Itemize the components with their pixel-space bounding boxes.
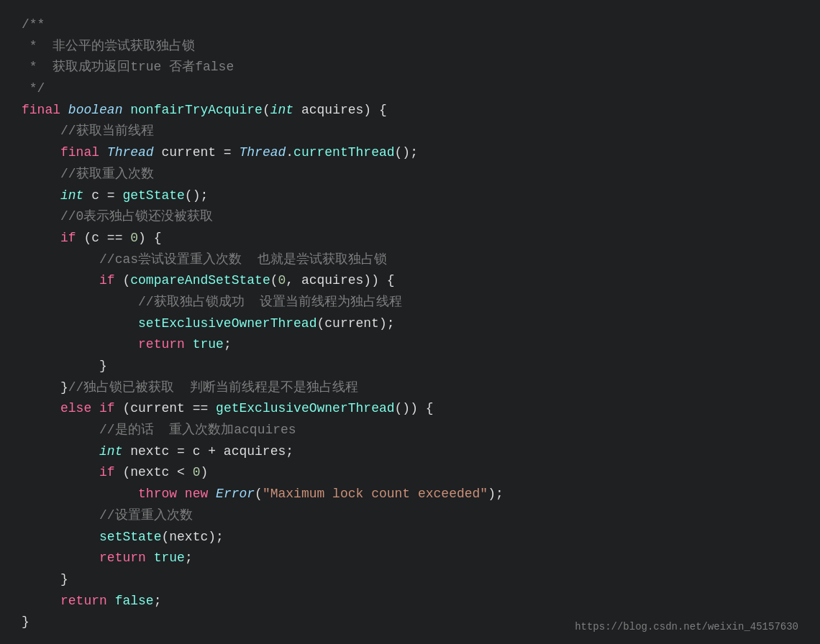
- code-line-15: setExclusiveOwnerThread(current);: [22, 313, 798, 335]
- code-line-16: return true;: [22, 334, 798, 356]
- code-line-14: //获取独占锁成功 设置当前线程为独占线程: [22, 292, 798, 313]
- code-line-6: //获取当前线程: [22, 121, 798, 142]
- code-line-27: }: [22, 569, 798, 591]
- code-line-8: //获取重入次数: [22, 164, 798, 185]
- code-line-22: if (nextc < 0): [22, 462, 798, 484]
- code-line-1: /**: [22, 14, 798, 36]
- source-url: https://blog.csdn.net/weixin_45157630: [575, 620, 798, 633]
- code-line-18: }//独占锁已被获取 判断当前线程是不是独占线程: [22, 377, 798, 399]
- code-line-25: setState(nextc);: [22, 527, 798, 548]
- code-line-10: //0表示独占锁还没被获取: [22, 206, 798, 228]
- code-line-28: return false;: [22, 591, 798, 612]
- code-line-9: int c = getState();: [22, 185, 798, 207]
- code-line-11: if (c == 0) {: [22, 228, 798, 249]
- code-line-7: final Thread current = Thread.currentThr…: [22, 142, 798, 164]
- code-line-19: else if (current == getExclusiveOwnerThr…: [22, 398, 798, 420]
- code-line-12: //cas尝试设置重入次数 也就是尝试获取独占锁: [22, 249, 798, 271]
- code-line-23: throw new Error("Maximum lock count exce…: [22, 484, 798, 505]
- code-line-2: * 非公平的尝试获取独占锁: [22, 36, 798, 58]
- code-container: /** * 非公平的尝试获取独占锁 * 获取成功返回true 否者false *…: [0, 0, 820, 644]
- code-line-26: return true;: [22, 548, 798, 569]
- code-line-21: int nextc = c + acquires;: [22, 441, 798, 463]
- code-line-3: * 获取成功返回true 否者false: [22, 57, 798, 78]
- code-line-17: }: [22, 356, 798, 377]
- code-line-5: final boolean nonfairTryAcquire(int acqu…: [22, 100, 798, 121]
- code-line-13: if (compareAndSetState(0, acquires)) {: [22, 270, 798, 292]
- code-line-24: //设置重入次数: [22, 505, 798, 527]
- code-line-4: */: [22, 78, 798, 100]
- code-line-20: //是的话 重入次数加acquires: [22, 420, 798, 441]
